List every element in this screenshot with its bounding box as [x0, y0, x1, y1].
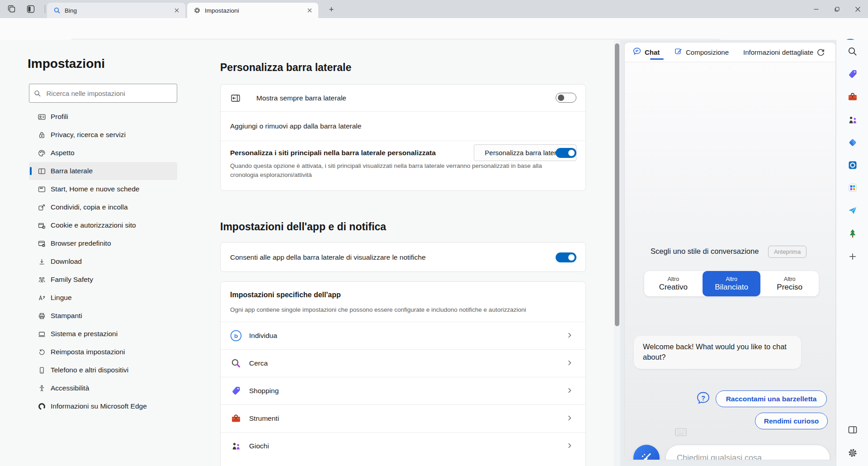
- selected-accent-bar: [30, 167, 32, 175]
- games-icon: [230, 440, 242, 452]
- sidebar-item-start-home[interactable]: Start, Home e nuove schede: [29, 180, 177, 198]
- page-scrollbar: [614, 40, 620, 466]
- sidebar-item-stampanti[interactable]: Stampanti: [29, 307, 177, 325]
- show-sidebar-icon: [231, 93, 241, 103]
- chat-panel-body: Scegli uno stile di conversazione Antepr…: [625, 62, 835, 460]
- minimize-button[interactable]: [806, 0, 826, 18]
- suggestion-chip[interactable]: Raccontami una barzelletta: [716, 390, 827, 407]
- window-controls: [806, 0, 868, 18]
- sidebar-item-barra-laterale[interactable]: Barra laterale: [29, 162, 177, 180]
- scrollbar-thumb[interactable]: [615, 43, 619, 326]
- active-tab-underline: [650, 58, 664, 60]
- add-app-icon[interactable]: [846, 250, 859, 263]
- tree-icon[interactable]: [846, 227, 859, 240]
- row-allow-notifications: Consenti alle app della barra laterale d…: [221, 243, 585, 272]
- tab-informazioni[interactable]: Informazioni dettagliate: [743, 43, 813, 62]
- sidebar-item-sistema[interactable]: Sistema e prestazioni: [29, 325, 177, 343]
- sidebar-item-profili[interactable]: Profili: [29, 108, 177, 126]
- sidebar-item-family-safety[interactable]: Family Safety: [29, 271, 177, 289]
- settings-search-box[interactable]: [29, 84, 177, 103]
- tab-title: Bing: [65, 7, 169, 14]
- tab-close-icon[interactable]: [173, 6, 181, 14]
- svg-text:?: ?: [701, 395, 705, 402]
- tab-chat[interactable]: Chat: [632, 43, 660, 62]
- sidebar-item-accessibilita[interactable]: Accessibilità: [29, 379, 177, 397]
- style-creativo[interactable]: Altro Creativo: [644, 271, 703, 296]
- settings-search-input[interactable]: [46, 90, 172, 97]
- shopping-icon[interactable]: [846, 68, 859, 81]
- tab-composizione[interactable]: Composizione: [674, 43, 729, 62]
- card-title: Impostazioni specifiche dell'app: [230, 291, 341, 299]
- notifications-toggle[interactable]: [556, 252, 576, 262]
- sidebar-item-info-edge[interactable]: Informazioni su Microsoft Edge: [29, 397, 177, 415]
- personalize-sites-toggle[interactable]: [556, 148, 576, 158]
- games-icon[interactable]: [846, 114, 859, 126]
- sidebar-item-telefono[interactable]: Telefono e altri dispositivi: [29, 361, 177, 379]
- drop-icon[interactable]: [846, 204, 859, 217]
- sidebar-item-lingue[interactable]: Lingue: [29, 289, 177, 307]
- new-tab-button[interactable]: +: [326, 5, 336, 14]
- close-button[interactable]: [847, 0, 868, 18]
- row-personalize-sites: Personalizza i siti principali nella bar…: [221, 141, 585, 191]
- phone-icon: [37, 366, 46, 375]
- settings-gear-favicon: [193, 7, 201, 14]
- assistant-message-bubble: Welcome back! What would you like to cha…: [633, 335, 802, 369]
- sidebar-app-region: Chat Composizione Informazioni dettaglia…: [620, 40, 836, 466]
- app-row-giochi[interactable]: Giochi: [221, 432, 585, 460]
- sidebar-item-download[interactable]: Download: [29, 252, 177, 271]
- m365-icon[interactable]: [846, 136, 859, 149]
- tools-icon[interactable]: [846, 90, 859, 103]
- rail-settings-gear-icon[interactable]: [846, 447, 859, 459]
- bing-search-favicon: [53, 7, 61, 14]
- outlook-icon[interactable]: [846, 159, 859, 171]
- profile-icon: [37, 112, 46, 121]
- row-show-sidebar: Mostra sempre barra laterale: [221, 85, 585, 111]
- lock-icon: [37, 130, 46, 139]
- workspaces-icon[interactable]: [6, 4, 17, 14]
- languages-icon: [37, 293, 46, 302]
- tab-impostazioni[interactable]: Impostazioni: [187, 3, 318, 18]
- app-row-cerca[interactable]: Cerca: [221, 349, 585, 377]
- sidebar-item-privacy[interactable]: Privacy, ricerca e servizi: [29, 126, 177, 144]
- site-permissions-icon: [37, 221, 46, 230]
- app-row-strumenti[interactable]: Strumenti: [221, 404, 585, 432]
- sidebar-item-condividi[interactable]: Condividi, copia e incolla: [29, 198, 177, 216]
- app-row-shopping[interactable]: Shopping: [221, 377, 585, 404]
- bing-chat-panel: Chat Composizione Informazioni dettaglia…: [624, 42, 836, 460]
- card-description: Ogni app contiene singole impostazioni c…: [230, 305, 574, 314]
- tab-close-icon[interactable]: [306, 6, 314, 14]
- sidebar-item-browser-predefinito[interactable]: Browser predefinito: [29, 234, 177, 252]
- chevron-right-icon: [566, 359, 573, 368]
- row-description: Quando questa opzione è attivata, i siti…: [230, 162, 567, 179]
- show-sidebar-toggle[interactable]: [556, 93, 576, 103]
- sidebar-item-reimposta[interactable]: Reimposta impostazioni: [29, 343, 177, 361]
- shopping-tag-icon: [230, 385, 242, 397]
- refresh-chat-icon[interactable]: [816, 43, 825, 62]
- suggestion-chip[interactable]: Rendimi curioso: [755, 413, 828, 429]
- row-label: Mostra sempre barra laterale: [256, 94, 346, 102]
- share-icon: [37, 203, 46, 212]
- search-icon: [34, 90, 41, 97]
- designer-icon[interactable]: [846, 181, 859, 194]
- chat-input[interactable]: [677, 453, 819, 461]
- palette-icon: [37, 148, 46, 157]
- row-label: Personalizza i siti principali nella bar…: [230, 149, 567, 157]
- tab-bing[interactable]: Bing: [47, 3, 185, 18]
- search-icon[interactable]: [846, 45, 859, 58]
- bing-icon: b: [230, 330, 242, 342]
- card-sidebar-general: Mostra sempre barra laterale Aggiungi o …: [220, 84, 586, 191]
- reset-icon: [37, 347, 46, 357]
- conversation-style-label: Scegli uno stile di conversazione: [651, 247, 759, 256]
- maximize-button[interactable]: [826, 0, 847, 18]
- new-topic-button[interactable]: [633, 445, 660, 460]
- chevron-right-icon: [566, 387, 573, 396]
- chat-input-box[interactable]: [666, 445, 830, 460]
- style-bilanciato[interactable]: Altro Bilanciato: [703, 271, 761, 296]
- app-row-individua[interactable]: b Individua: [221, 322, 585, 349]
- hide-panel-icon[interactable]: [846, 423, 859, 436]
- sidebar-item-aspetto[interactable]: Aspetto: [29, 144, 177, 162]
- tab-actions-icon[interactable]: [25, 4, 36, 14]
- style-preciso[interactable]: Altro Preciso: [760, 271, 819, 296]
- sidebar-item-cookie[interactable]: Cookie e autorizzazioni sito: [29, 216, 177, 234]
- accessibility-icon: [37, 384, 46, 393]
